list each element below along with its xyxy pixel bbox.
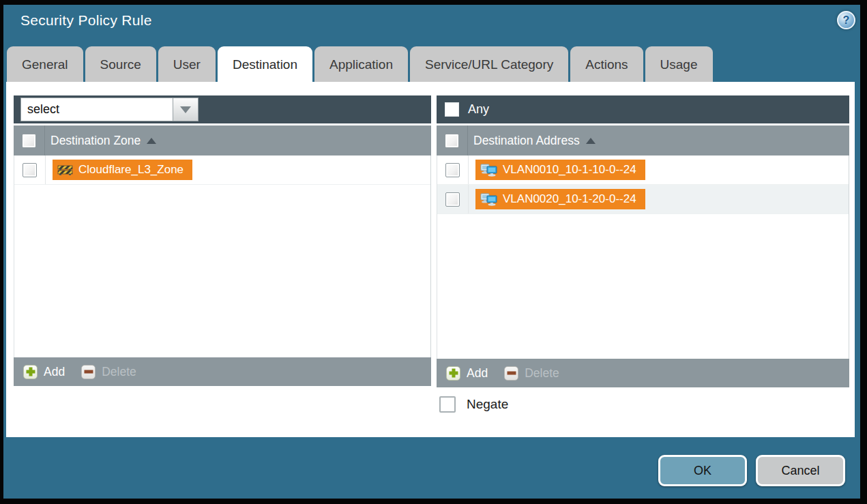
- zone-add-button[interactable]: Add: [23, 365, 65, 379]
- address-delete-label: Delete: [525, 366, 559, 381]
- any-bar: Any: [437, 95, 849, 123]
- zone-delete-button[interactable]: Delete: [65, 365, 136, 379]
- negate-label: Negate: [467, 397, 508, 412]
- zone-delete-label: Delete: [102, 365, 136, 379]
- tab-source[interactable]: Source: [85, 46, 156, 82]
- tab-user[interactable]: User: [158, 46, 216, 82]
- address-chip[interactable]: VLAN0010_10-1-10-0--24: [475, 160, 645, 180]
- address-add-label: Add: [467, 366, 488, 381]
- negate-checkbox[interactable]: [439, 396, 456, 413]
- zone-footer-bar: Add Delete: [14, 357, 431, 386]
- address-row[interactable]: VLAN0010_10-1-10-0--24: [437, 155, 849, 185]
- address-row-label: VLAN0010_10-1-10-0--24: [503, 163, 636, 177]
- tab-actions[interactable]: Actions: [570, 46, 643, 82]
- minus-icon: [81, 365, 95, 379]
- zone-column-label: Destination Zone: [50, 134, 141, 148]
- address-row-checkbox[interactable]: [445, 192, 460, 207]
- security-policy-rule-dialog: Security Policy Rule ? General Source Us…: [0, 0, 867, 504]
- zone-row-label: Cloudflare_L3_Zone: [78, 163, 183, 177]
- address-row-label: VLAN0020_10-1-20-0--24: [503, 192, 636, 206]
- chevron-down-icon: [180, 106, 191, 113]
- zone-select-all-checkbox[interactable]: [22, 134, 36, 148]
- tab-general[interactable]: General: [7, 46, 83, 82]
- address-row-checkbox[interactable]: [445, 163, 460, 177]
- zone-filter-bar: [14, 95, 431, 123]
- help-icon[interactable]: ?: [837, 11, 855, 29]
- destination-tab-content: Destination Zone: [6, 82, 855, 437]
- zone-select-input[interactable]: [20, 98, 173, 121]
- zone-select: [20, 98, 199, 121]
- zone-column-header[interactable]: Destination Zone: [14, 125, 431, 155]
- plus-icon: [446, 366, 460, 381]
- zone-add-label: Add: [44, 365, 65, 379]
- sort-asc-icon: [147, 138, 156, 144]
- address-add-button[interactable]: Add: [446, 366, 488, 381]
- zone-row[interactable]: Cloudflare_L3_Zone: [14, 155, 430, 185]
- zone-icon: [57, 164, 73, 176]
- any-label: Any: [468, 102, 489, 117]
- tab-service-url-category[interactable]: Service/URL Category: [410, 46, 568, 82]
- address-row[interactable]: VLAN0020_10-1-20-0--24: [437, 185, 849, 214]
- address-list: VLAN0010_10-1-10-0--24: [437, 155, 849, 359]
- zone-chip[interactable]: Cloudflare_L3_Zone: [53, 160, 192, 180]
- address-column-header[interactable]: Destination Address: [437, 125, 849, 155]
- zone-select-dropdown-button[interactable]: [173, 98, 199, 121]
- tab-bar: General Source User Destination Applicat…: [7, 46, 713, 82]
- tab-application[interactable]: Application: [314, 46, 408, 82]
- minus-icon: [504, 366, 518, 381]
- address-delete-button[interactable]: Delete: [488, 366, 559, 381]
- zone-list: Cloudflare_L3_Zone: [14, 155, 431, 357]
- destination-zone-panel: Destination Zone: [14, 95, 431, 386]
- plus-icon: [23, 365, 38, 379]
- address-chip[interactable]: VLAN0020_10-1-20-0--24: [475, 189, 645, 209]
- network-icon: [480, 193, 497, 206]
- any-checkbox[interactable]: [445, 102, 459, 117]
- ok-button[interactable]: OK: [658, 455, 747, 486]
- cancel-button[interactable]: Cancel: [756, 455, 845, 486]
- address-column-label: Destination Address: [473, 134, 580, 148]
- tab-usage[interactable]: Usage: [645, 46, 713, 82]
- zone-row-checkbox[interactable]: [23, 163, 37, 177]
- tab-destination[interactable]: Destination: [218, 46, 312, 82]
- network-icon: [480, 164, 497, 177]
- sort-asc-icon: [586, 138, 596, 144]
- address-footer-bar: Add Delete: [437, 359, 849, 387]
- dialog-title: Security Policy Rule: [20, 12, 152, 29]
- address-select-all-checkbox[interactable]: [445, 134, 459, 148]
- negate-row: Negate: [439, 396, 508, 413]
- destination-address-panel: Any Destination Address: [437, 95, 849, 387]
